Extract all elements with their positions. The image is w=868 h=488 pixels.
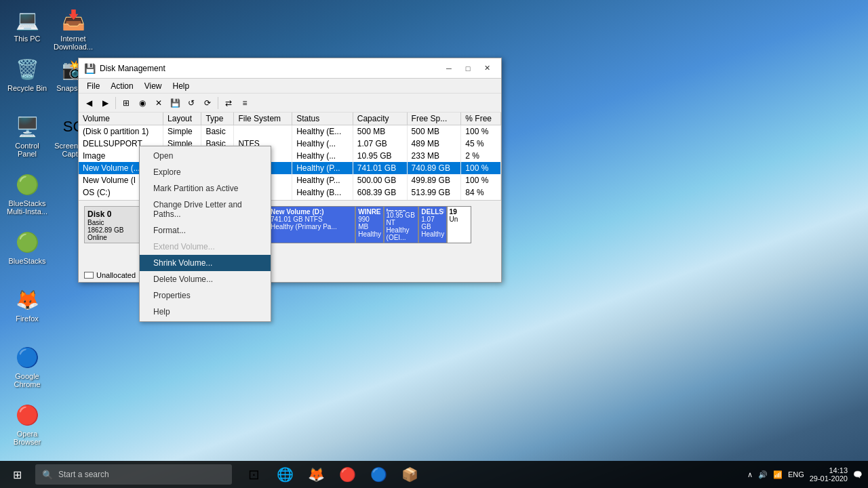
opera-icon: 🔴: [14, 401, 41, 428]
context-menu-item[interactable]: Shrink Volume...: [140, 255, 271, 271]
desktop-icon-internet-download[interactable]: 📥 Internet Download...: [50, 3, 97, 54]
start-button[interactable]: ⊞: [0, 461, 34, 488]
taskbar-date-text: 29-01-2020: [810, 474, 848, 483]
context-menu-item[interactable]: Mark Partition as Active: [140, 180, 271, 197]
window-toolbar: ◀ ▶ ⊞ ◉ ✕ 💾 ↺ ⟳ ⇄ ≡: [79, 94, 501, 113]
desktop-icon-control-panel[interactable]: 🖥️ Control Panel: [3, 110, 51, 161]
partition-status: Healthy (OEI...: [387, 226, 416, 241]
toolbar-btn-3[interactable]: ⊞: [119, 96, 134, 110]
bluestacks-icon: 🟢: [14, 171, 41, 198]
taskbar-icon-misc[interactable]: 📦: [395, 461, 425, 488]
table-cell: 500 MB: [407, 125, 461, 138]
toolbar-btn-5[interactable]: ✕: [151, 96, 166, 110]
disk-partition[interactable]: WINRET 990 MB Healthy: [355, 206, 383, 243]
context-menu-item[interactable]: Properties: [140, 287, 271, 304]
taskbar-icon-chrome[interactable]: 🔵: [363, 461, 393, 488]
table-cell: 100 %: [461, 125, 501, 138]
disk-partition[interactable]: DELLSUI... 1.07 GB Healthy: [418, 206, 446, 243]
toolbar-btn-9[interactable]: ⇄: [221, 96, 236, 110]
toolbar-btn-8[interactable]: ⟳: [200, 96, 215, 110]
disk-partition[interactable]: 19 Un: [447, 206, 471, 243]
taskbar-icon-task-view[interactable]: ⊡: [239, 461, 269, 488]
disk-partition[interactable]: Image 10.95 GB NT Healthy (OEI...: [384, 206, 419, 243]
opera-label: Opera Browser: [6, 430, 48, 446]
desktop-icon-recycle-bin[interactable]: 🗑️ Recycle Bin: [3, 53, 51, 95]
toolbar-btn-2[interactable]: ▶: [98, 96, 113, 110]
partition-name: DELLSUI...: [421, 208, 443, 216]
desktop-icon-bluestacks[interactable]: 🟢 BlueStacks Multi-Insta...: [3, 168, 51, 218]
taskbar-search[interactable]: 🔍 Start a search: [35, 464, 232, 485]
context-menu-item[interactable]: Open: [140, 148, 271, 164]
context-menu-item[interactable]: Delete Volume...: [140, 271, 271, 287]
taskbar-icon-edge[interactable]: 🌐: [270, 461, 300, 488]
toolbar-btn-10[interactable]: ≡: [237, 96, 252, 110]
legend-label-unallocated: Unallocated: [96, 271, 136, 279]
partition-status: Healthy: [421, 230, 443, 238]
taskbar-icon-opera[interactable]: 🔴: [332, 461, 362, 488]
context-menu-item[interactable]: Format...: [140, 222, 271, 239]
tray-language: ENG: [788, 470, 804, 479]
window-titlebar[interactable]: 💾 Disk Management ─ □ ✕: [79, 58, 501, 79]
table-cell: 45 %: [461, 138, 501, 150]
bluestacks2-label: BlueStacks: [8, 257, 45, 265]
tray-volume-icon[interactable]: 🔊: [758, 470, 768, 479]
table-cell: Healthy (P...: [292, 162, 353, 174]
toolbar-btn-6[interactable]: 💾: [167, 96, 182, 110]
menu-action[interactable]: Action: [105, 80, 138, 92]
window-title-icon: 💾: [84, 63, 96, 74]
context-menu-item: Extend Volume...: [140, 239, 271, 255]
table-row[interactable]: (Disk 0 partition 1)SimpleBasicHealthy (…: [79, 125, 501, 138]
control-panel-icon: 🖥️: [14, 113, 41, 140]
col-pct[interactable]: % Free: [461, 113, 501, 125]
partition-status: Un: [450, 216, 469, 223]
toolbar-btn-7[interactable]: ↺: [184, 96, 199, 110]
table-cell: Healthy (B...: [292, 186, 353, 199]
tray-notification-icon[interactable]: 🗨️: [853, 470, 863, 479]
this-pc-icon: 💻: [14, 6, 41, 33]
context-menu-item[interactable]: Help: [140, 304, 271, 320]
table-cell: 100 %: [461, 162, 501, 174]
desktop-icon-bluestacks2[interactable]: 🟢 BlueStacks: [3, 226, 51, 268]
recycle-bin-icon: 🗑️: [14, 56, 41, 83]
partition-status: Healthy (Primary Pa...: [271, 223, 353, 230]
context-menu-item[interactable]: Change Drive Letter and Paths...: [140, 197, 271, 222]
partition-size: 10.95 GB NT: [387, 211, 416, 226]
col-filesystem[interactable]: File System: [234, 113, 292, 125]
legend-unallocated: Unallocated: [84, 271, 136, 279]
taskbar-app-icons: ⊡ 🌐 🦊 🔴 🔵 📦: [239, 461, 425, 488]
context-menu-item[interactable]: Explore: [140, 164, 271, 180]
taskbar-clock[interactable]: 14:13 29-01-2020: [810, 466, 848, 483]
disk-partition[interactable]: New Volume (D:) 741.01 GB NTFS Healthy (…: [268, 206, 355, 243]
taskbar-icon-firefox[interactable]: 🦊: [301, 461, 331, 488]
tray-expand-icon[interactable]: ∧: [747, 470, 753, 479]
menu-file[interactable]: File: [81, 80, 105, 92]
desktop-icon-this-pc[interactable]: 💻 This PC: [3, 3, 51, 45]
col-status[interactable]: Status: [292, 113, 353, 125]
maximize-button[interactable]: □: [459, 62, 477, 75]
col-volume[interactable]: Volume: [79, 113, 163, 125]
table-cell: 499.89 GB: [407, 174, 461, 186]
col-type[interactable]: Type: [201, 113, 234, 125]
table-cell: Healthy (E...: [292, 125, 353, 138]
menu-help[interactable]: Help: [167, 80, 195, 92]
minimize-button[interactable]: ─: [440, 62, 458, 75]
desktop-icon-chrome[interactable]: 🔵 Google Chrome: [3, 341, 51, 391]
col-free[interactable]: Free Sp...: [407, 113, 461, 125]
table-cell: 608.39 GB: [353, 186, 407, 199]
col-capacity[interactable]: Capacity: [353, 113, 407, 125]
tray-network-icon[interactable]: 📶: [773, 470, 783, 479]
toolbar-btn-4[interactable]: ◉: [135, 96, 150, 110]
table-cell: Healthy (...: [292, 150, 353, 162]
desktop-icon-opera[interactable]: 🔴 Opera Browser: [3, 399, 51, 449]
col-layout[interactable]: Layout: [163, 113, 201, 125]
partition-name: 19: [450, 208, 469, 216]
toolbar-btn-1[interactable]: ◀: [81, 96, 96, 110]
chrome-label: Google Chrome: [6, 372, 48, 388]
close-button[interactable]: ✕: [478, 62, 496, 75]
menu-view[interactable]: View: [139, 80, 167, 92]
table-cell: 1.07 GB: [353, 138, 407, 150]
toolbar-sep-1: [115, 97, 116, 109]
partition-name: WINRET: [358, 208, 380, 216]
desktop: 💻 This PC 🗑️ Recycle Bin 📥 Internet Down…: [0, 0, 868, 488]
desktop-icon-firefox[interactable]: 🦊 Firefox: [3, 283, 51, 325]
